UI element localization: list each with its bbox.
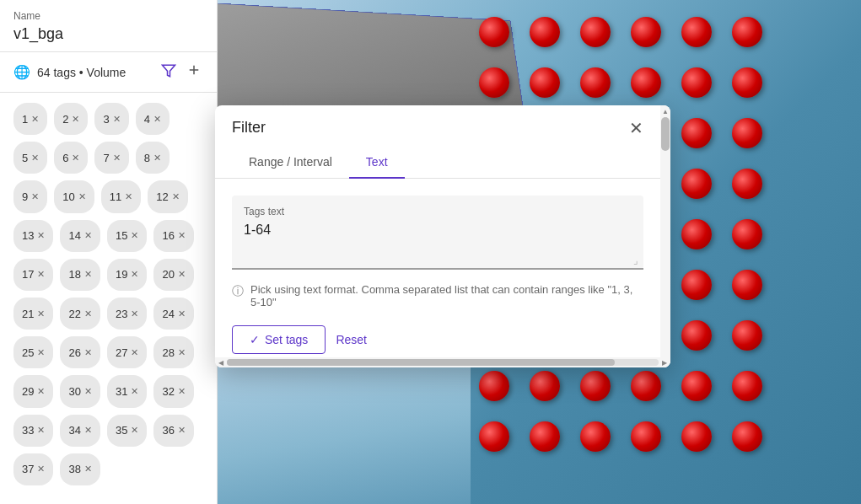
scroll-left-arrow[interactable]: ◀ [215, 357, 227, 367]
tag-remove-button[interactable]: ✕ [37, 386, 45, 397]
tag-label: 18 [68, 268, 80, 281]
scroll-up-arrow[interactable]: ▲ [660, 105, 670, 117]
tag-label: 32 [162, 385, 174, 398]
tag-remove-button[interactable]: ✕ [84, 269, 92, 280]
check-icon: ✓ [250, 333, 260, 346]
tag-remove-button[interactable]: ✕ [178, 347, 186, 358]
tag-remove-button[interactable]: ✕ [84, 308, 92, 319]
tag-remove-button[interactable]: ✕ [37, 464, 45, 475]
tag-remove-button[interactable]: ✕ [37, 425, 45, 436]
scroll-thumb [661, 117, 670, 151]
tag-chip: 23✕ [107, 298, 147, 330]
tag-remove-button[interactable]: ✕ [131, 347, 138, 358]
tag-remove-button[interactable]: ✕ [37, 347, 45, 358]
tag-label: 36 [162, 424, 174, 437]
tag-remove-button[interactable]: ✕ [153, 153, 161, 164]
tag-remove-button[interactable]: ✕ [84, 464, 92, 475]
h-scrollbar: ◀ ▶ [215, 357, 670, 367]
tag-remove-button[interactable]: ✕ [84, 230, 92, 241]
tag-chip: 4✕ [136, 103, 170, 135]
tag-label: 8 [144, 152, 150, 164]
tag-remove-button[interactable]: ✕ [113, 153, 121, 164]
dialog-body: Tags text ⌟ ⓘ Pick using text format. Co… [215, 179, 660, 367]
tag-remove-button[interactable]: ✕ [37, 269, 45, 280]
globe-icon: 🌐 [13, 64, 30, 80]
name-section: Name v1_bga [0, 0, 217, 52]
close-dialog-button[interactable]: ✕ [629, 120, 643, 137]
tag-chip: 35✕ [107, 415, 147, 447]
tag-label: 26 [68, 346, 80, 359]
tag-remove-button[interactable]: ✕ [37, 308, 45, 319]
tag-remove-button[interactable]: ✕ [72, 153, 79, 164]
h-scroll-track [227, 359, 659, 366]
tag-label: 17 [22, 268, 34, 281]
tag-label: 3 [103, 113, 109, 126]
tab-range-interval[interactable]: Range / Interval [232, 147, 349, 179]
tag-remove-button[interactable]: ✕ [131, 308, 138, 319]
tag-remove-button[interactable]: ✕ [37, 230, 45, 241]
tag-chip: 8✕ [136, 142, 170, 174]
tag-remove-button[interactable]: ✕ [131, 269, 138, 280]
name-value: v1_bga [13, 25, 203, 43]
tag-label: 16 [162, 229, 174, 242]
tag-remove-button[interactable]: ✕ [131, 425, 138, 436]
add-tag-button[interactable] [185, 61, 203, 83]
tag-remove-button[interactable]: ✕ [125, 191, 132, 202]
tag-remove-button[interactable]: ✕ [84, 425, 92, 436]
tag-label: 1 [22, 113, 28, 126]
tag-remove-button[interactable]: ✕ [131, 386, 138, 397]
tags-text-input[interactable] [244, 223, 632, 256]
tag-remove-button[interactable]: ✕ [178, 425, 186, 436]
tag-chip: 19✕ [107, 259, 147, 291]
tag-label: 7 [103, 152, 109, 164]
tab-text[interactable]: Text [349, 147, 405, 179]
tags-textarea-wrapper: Tags text ⌟ [232, 196, 643, 270]
tag-label: 33 [22, 424, 34, 437]
tag-remove-button[interactable]: ✕ [172, 191, 180, 202]
tag-remove-button[interactable]: ✕ [113, 114, 121, 125]
tag-chip: 11✕ [101, 180, 141, 212]
tag-label: 21 [22, 308, 34, 320]
tag-remove-button[interactable]: ✕ [153, 114, 161, 125]
tag-remove-button[interactable]: ✕ [131, 230, 138, 241]
tag-remove-button[interactable]: ✕ [31, 114, 39, 125]
scroll-track [660, 117, 670, 356]
textarea-border [232, 268, 643, 270]
tag-remove-button[interactable]: ✕ [178, 386, 186, 397]
tag-label: 20 [162, 268, 174, 281]
tag-label: 24 [162, 308, 174, 320]
tag-label: 22 [68, 308, 80, 320]
tag-label: 12 [156, 190, 168, 203]
tag-chip: 21✕ [13, 298, 53, 330]
tag-remove-button[interactable]: ✕ [178, 269, 186, 280]
tag-chip: 20✕ [153, 259, 193, 291]
tag-remove-button[interactable]: ✕ [84, 386, 92, 397]
tag-remove-button[interactable]: ✕ [31, 153, 39, 164]
tag-label: 30 [68, 385, 80, 398]
tags-header: 🌐 64 tags • Volume [0, 52, 217, 93]
tag-remove-button[interactable]: ✕ [72, 114, 79, 125]
tag-label: 11 [110, 190, 121, 203]
tag-remove-button[interactable]: ✕ [78, 191, 86, 202]
tag-chip: 16✕ [153, 220, 193, 252]
filter-button[interactable] [159, 62, 178, 83]
tag-chip: 34✕ [60, 415, 100, 447]
tag-remove-button[interactable]: ✕ [84, 347, 92, 358]
tag-remove-button[interactable]: ✕ [31, 191, 39, 202]
dialog-tabs: Range / Interval Text [215, 147, 660, 179]
tag-chip: 13✕ [13, 220, 53, 252]
tag-remove-button[interactable]: ✕ [178, 230, 186, 241]
tag-chip: 38✕ [60, 453, 100, 485]
tag-label: 34 [68, 424, 80, 437]
tag-label: 14 [68, 229, 80, 242]
tag-chip: 18✕ [60, 259, 100, 291]
hint-message: Pick using text format. Comma separated … [250, 283, 643, 308]
scroll-right-arrow[interactable]: ▶ [659, 357, 670, 367]
hint-text: ⓘ Pick using text format. Comma separate… [232, 283, 643, 308]
tag-chip: 25✕ [13, 336, 53, 368]
reset-button[interactable]: Reset [336, 333, 367, 346]
set-tags-button[interactable]: ✓ Set tags [232, 325, 326, 354]
tag-chip: 36✕ [153, 415, 193, 447]
tag-remove-button[interactable]: ✕ [178, 308, 186, 319]
tag-chip: 2✕ [54, 103, 88, 135]
